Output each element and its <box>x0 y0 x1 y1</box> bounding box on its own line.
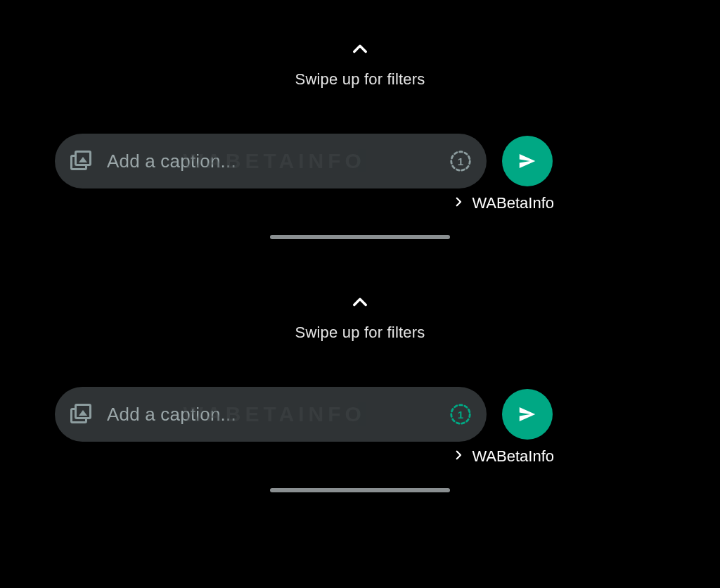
send-icon <box>517 151 538 172</box>
view-once-toggle[interactable]: 1 <box>449 149 472 173</box>
swipe-up-label: Swipe up for filters <box>0 70 720 89</box>
gallery-icon[interactable] <box>70 404 94 425</box>
home-indicator <box>270 235 450 239</box>
chevron-up-icon <box>350 293 370 315</box>
recipient-chip[interactable]: WABetaInfo <box>452 194 554 212</box>
swipe-up-hint[interactable]: Swipe up for filters <box>0 39 720 89</box>
caption-placeholder: Add a caption... <box>107 404 236 426</box>
recipient-name: WABetaInfo <box>472 194 554 212</box>
view-once-digit: 1 <box>458 155 463 167</box>
home-indicator <box>270 488 450 492</box>
media-send-panel: Swipe up for filters Add a caption... WA… <box>0 293 720 442</box>
send-button[interactable] <box>502 136 553 186</box>
gallery-icon[interactable] <box>70 151 94 172</box>
swipe-up-hint[interactable]: Swipe up for filters <box>0 293 720 342</box>
swipe-up-label: Swipe up for filters <box>0 324 720 342</box>
recipient-name: WABetaInfo <box>472 447 554 466</box>
caption-placeholder: Add a caption... <box>107 151 236 172</box>
view-once-toggle[interactable]: 1 <box>449 402 472 426</box>
caption-input-pill[interactable]: Add a caption... WABETAINFO 1 <box>55 387 487 442</box>
caption-input-pill[interactable]: Add a caption... WABETAINFO 1 <box>55 134 487 188</box>
chevron-right-icon <box>452 447 465 466</box>
send-icon <box>517 404 538 425</box>
chevron-right-icon <box>452 194 465 212</box>
media-send-panel: Swipe up for filters Add a caption... WA… <box>0 39 720 188</box>
send-button[interactable] <box>502 389 553 440</box>
view-once-digit: 1 <box>458 409 463 421</box>
chevron-up-icon <box>350 39 370 62</box>
recipient-chip[interactable]: WABetaInfo <box>452 447 554 466</box>
